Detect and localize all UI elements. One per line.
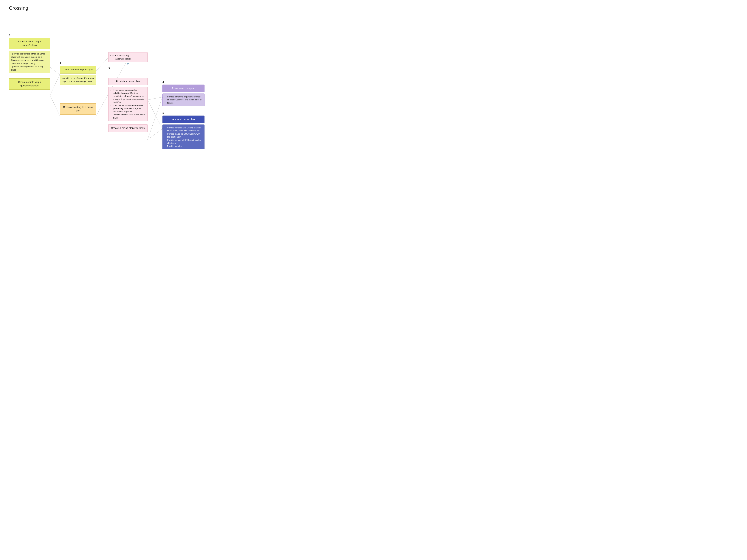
svg-line-2 xyxy=(50,95,60,116)
box-cross-single: Cross a single virgin queen/colony xyxy=(9,38,50,49)
svg-line-6 xyxy=(148,97,162,100)
column-2: 2 Cross with drone packages - provide a … xyxy=(60,61,96,115)
section-num-3: 3 xyxy=(108,66,148,70)
section-5-container: 5 A spatial cross plan Provide females a… xyxy=(162,111,205,149)
box-cross-multiple: Cross multiple virgin queens/colonies xyxy=(9,78,50,89)
box-cross-drone: Cross with drone packages xyxy=(60,66,96,74)
box-cross-single-detail: - provide the female either as a Pop-cla… xyxy=(9,51,50,73)
box-cross-plan: Cross according to a cross plan xyxy=(60,103,96,115)
box-create-cross-plan-func: CreateCrossPlan() • Random or spatial xyxy=(108,52,148,62)
create-cross-plan-label: CreateCrossPlan() xyxy=(110,54,146,57)
box-cross-drone-detail: - provide a list of drone Pop-class obje… xyxy=(60,75,96,85)
list-item: Provide females as a Colony-class or Mul… xyxy=(167,126,202,132)
section-num-5: 5 xyxy=(162,111,205,114)
page-title: Crossing xyxy=(9,5,28,11)
svg-line-8 xyxy=(148,129,162,140)
section-num-2: 2 xyxy=(60,61,96,65)
svg-line-3 xyxy=(96,57,108,71)
list-item: Provide a radius xyxy=(167,145,202,148)
column-4: 4 A random cross plan Provide either the… xyxy=(162,80,205,149)
list-item: Provide number of DPCs and number of fat… xyxy=(167,138,202,145)
svg-line-0 xyxy=(50,67,60,75)
box-create-cross-plan-internally: Create a cross plan internally xyxy=(108,124,148,132)
box-random-cross-plan: A random cross plan xyxy=(162,85,205,92)
svg-line-1 xyxy=(50,75,60,95)
box-provide-cross-plan: Provide a cross plan xyxy=(108,78,148,85)
box-spatial-cross-plan: A spatial cross plan xyxy=(162,115,205,124)
column-1: 1 Cross a single virgin queen/colony - p… xyxy=(9,34,50,89)
box-random-cross-plan-detail: Provide either the argument "drones" or … xyxy=(162,94,205,106)
column-3: CreateCrossPlan() • Random or spatial ▼ … xyxy=(108,52,148,132)
list-item: Provide males as a MultiColony with the … xyxy=(167,132,202,138)
svg-line-7 xyxy=(148,100,162,129)
arrow-down-icon: ▼ xyxy=(108,62,148,66)
svg-line-5 xyxy=(148,97,162,140)
section-num-1: 1 xyxy=(9,34,50,37)
section-num-4: 4 xyxy=(162,80,205,83)
box-spatial-cross-plan-detail: Provide females as a Colony-class or Mul… xyxy=(162,125,205,150)
create-cross-plan-sub: Random or spatial xyxy=(114,58,131,60)
box-provide-cross-plan-detail: If your cross plan includes individual d… xyxy=(108,87,148,121)
